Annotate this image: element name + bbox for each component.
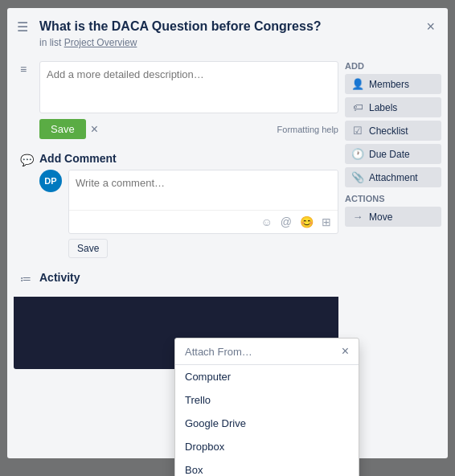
user-avatar: DP (39, 170, 62, 192)
due-date-button[interactable]: 🕐 Due Date (345, 144, 441, 164)
description-textarea[interactable] (39, 61, 338, 113)
comment-row: DP ☺ @ 😊 ⊞ Save (39, 170, 338, 258)
modal-overlay: ☰ What is the DACA Question before Congr… (0, 0, 455, 476)
attach-dropbox[interactable]: Dropbox (175, 435, 359, 458)
attach-trello[interactable]: Trello (175, 388, 359, 412)
attach-box[interactable]: Box (175, 458, 359, 476)
members-icon: 👤 (351, 78, 364, 90)
card-icon: ☰ (17, 19, 28, 35)
attach-google-drive[interactable]: Google Drive (175, 412, 359, 435)
move-button[interactable]: → Move (345, 207, 441, 227)
description-section: ≡ Save × Formatting help (14, 55, 338, 146)
attachment-label: Attachment (369, 172, 418, 183)
attachment-icon: 📎 (351, 171, 364, 183)
comment-toolbar: ☺ @ 😊 ⊞ (69, 210, 338, 233)
due-date-icon: 🕐 (351, 148, 364, 160)
attach-dropdown-title: Attach From… (185, 346, 252, 358)
checklist-label: Checklist (369, 125, 408, 137)
description-footer: Save × Formatting help (39, 119, 338, 139)
modal-header: ☰ What is the DACA Question before Congr… (7, 8, 448, 55)
due-date-label: Due Date (369, 149, 410, 160)
activity-section: ≔ Activity (14, 265, 338, 290)
subtitle-prefix: in list (39, 37, 61, 48)
main-column: ≡ Save × Formatting help 💬 Add Comment (14, 55, 338, 369)
move-icon: → (351, 211, 364, 223)
labels-icon: 🏷 (351, 101, 364, 113)
checklist-icon: ☑ (351, 125, 364, 137)
comment-header: Add Comment (39, 152, 338, 165)
activity-icon: ≔ (20, 273, 31, 285)
attach-dropdown-header: Attach From… × (175, 339, 359, 365)
modal-subtitle: in list Project Overview (39, 37, 419, 48)
sidebar-column: Add 👤 Members 🏷 Labels ☑ Checklist 🕐 Due… (345, 55, 441, 369)
modal-close-button[interactable]: × (421, 16, 440, 37)
comment-section-icon: 💬 (20, 154, 34, 166)
comment-input-wrap: ☺ @ 😊 ⊞ Save (68, 170, 338, 258)
modal-body: ≡ Save × Formatting help 💬 Add Comment (7, 55, 448, 375)
add-section-title: Add (345, 55, 441, 71)
move-label: Move (369, 211, 392, 223)
attachment-toolbar-icon[interactable]: ⊞ (320, 214, 333, 230)
actions-section-title: Actions (345, 194, 441, 203)
attach-close-button[interactable]: × (342, 345, 349, 358)
emoticon-icon[interactable]: 😊 (298, 214, 315, 230)
attachment-button[interactable]: 📎 Attachment (345, 167, 441, 187)
comment-section: 💬 Add Comment DP ☺ @ 😊 (14, 146, 338, 265)
description-cancel-button[interactable]: × (86, 121, 103, 138)
checklist-button[interactable]: ☑ Checklist (345, 121, 441, 141)
activity-title: Activity (39, 271, 80, 284)
members-button[interactable]: 👤 Members (345, 74, 441, 94)
labels-button[interactable]: 🏷 Labels (345, 97, 441, 117)
mention-icon[interactable]: @ (279, 214, 293, 230)
members-label: Members (369, 79, 409, 90)
subtitle-link[interactable]: Project Overview (64, 37, 137, 48)
description-save-button[interactable]: Save (39, 119, 86, 139)
card-modal: ☰ What is the DACA Question before Congr… (7, 8, 448, 458)
formatting-help-link[interactable]: Formatting help (277, 125, 338, 134)
attach-dropdown: Attach From… × Computer Trello Google Dr… (174, 338, 359, 476)
comment-save-button[interactable]: Save (68, 239, 108, 258)
description-icon: ≡ (20, 63, 27, 76)
comment-textarea[interactable] (69, 170, 338, 207)
comment-section-title: Add Comment (39, 152, 117, 165)
attach-computer[interactable]: Computer (175, 365, 359, 388)
emoji-icon[interactable]: ☺ (259, 214, 273, 230)
labels-label: Labels (369, 102, 397, 113)
modal-title: What is the DACA Question before Congres… (39, 18, 419, 35)
